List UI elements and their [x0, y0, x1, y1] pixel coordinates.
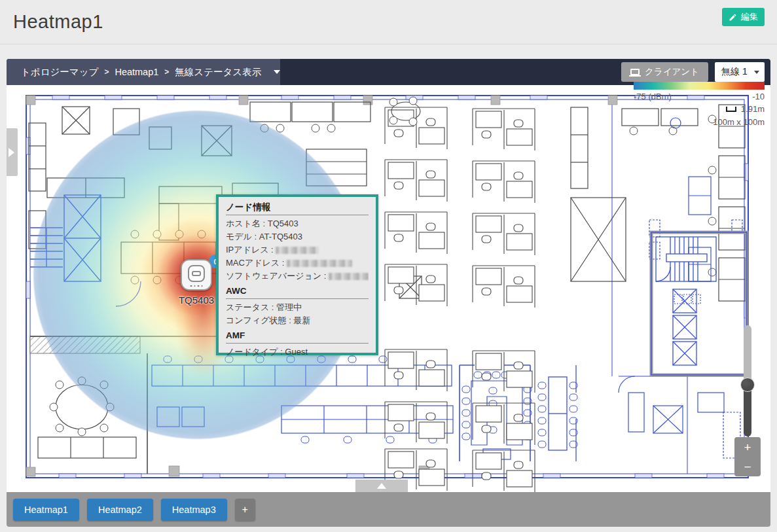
tooltip-row: コンフィグ状態 : 最新: [226, 314, 369, 327]
slider-track-lower[interactable]: [744, 385, 751, 436]
access-point-icon: [181, 259, 212, 291]
add-heatmap-button[interactable]: +: [235, 499, 255, 521]
tooltip-row: IPアドレス :: [226, 243, 369, 257]
breadcrumb-topology-map[interactable]: トポロジーマップ: [21, 66, 98, 79]
breadcrumb: トポロジーマップ > Heatmap1 > 無線ステータス表示: [7, 59, 280, 85]
tooltip-row: モデル : AT-TQ5403: [226, 230, 369, 243]
sidebar-expand-tab[interactable]: [7, 128, 18, 176]
radio-select-value: 無線 1: [721, 66, 748, 78]
masked-value: [329, 273, 369, 280]
masked-value: [276, 247, 319, 254]
tooltip-section-title: AWC: [226, 285, 369, 297]
map-area[interactable]: 0 TQ5403 ノード情報ホスト名 : TQ5403モデル : AT-TQ54…: [7, 85, 770, 492]
tooltip-section-title: ノード情報: [226, 202, 369, 213]
page-title: Heatmap1: [13, 11, 103, 33]
chevron-down-icon[interactable]: [274, 70, 280, 74]
zoom-in-button[interactable]: +: [734, 437, 761, 457]
chevron-up-icon: [377, 483, 386, 489]
tooltip-row: ノードタイプ : Guest: [226, 346, 369, 359]
heatmap-panel: トポロジーマップ > Heatmap1 > 無線ステータス表示 クライアント 無…: [7, 59, 770, 527]
node-label: TQ5403: [179, 294, 214, 306]
app-header: Heatmap1 編集: [0, 0, 777, 44]
node-tooltip: ノード情報ホスト名 : TQ5403モデル : AT-TQ5403IPアドレス …: [216, 194, 378, 355]
map-toolbar: トポロジーマップ > Heatmap1 > 無線ステータス表示 クライアント 無…: [7, 59, 770, 85]
tooltip-row: MACアドレス :: [226, 257, 369, 270]
heatmap-tab-bar: Heatmap1Heatmap2Heatmap3+: [7, 492, 770, 527]
breadcrumb-display-mode[interactable]: 無線ステータス表示: [175, 66, 261, 79]
tooltip-row: ホスト名 : TQ5403: [226, 217, 369, 230]
access-point-node[interactable]: 0 TQ5403: [181, 259, 212, 291]
divider: [226, 215, 369, 215]
client-button[interactable]: クライアント: [621, 62, 708, 82]
signal-legend: -75 (dBm) -10 1.91m 100m x 100m: [634, 82, 765, 127]
divider: [226, 343, 369, 344]
laptop-icon: [630, 69, 640, 75]
chevron-down-icon: [754, 71, 759, 74]
zoom-controls: + −: [734, 437, 761, 476]
legend-min-label: -75 (dBm): [634, 92, 672, 101]
expand-tab-bar-button[interactable]: [355, 480, 408, 492]
tooltip-row: ステータス : 管理中: [226, 301, 369, 314]
edit-button-label: 編集: [741, 11, 758, 23]
tab-heatmap2[interactable]: Heatmap2: [87, 499, 153, 521]
client-button-label: クライアント: [645, 66, 699, 78]
breadcrumb-heatmap1[interactable]: Heatmap1: [115, 67, 158, 77]
zoom-slider[interactable]: [740, 325, 755, 436]
chevron-right-icon: [9, 148, 14, 157]
breadcrumb-separator: >: [164, 67, 169, 77]
tab-heatmap1[interactable]: Heatmap1: [13, 499, 79, 521]
tooltip-section-title: AMF: [226, 330, 369, 342]
floor-plan: [7, 85, 770, 492]
scale-ruler-icon: [726, 107, 736, 112]
pencil-icon: [729, 13, 737, 22]
slider-knob[interactable]: [740, 378, 755, 392]
legend-max-label: -10: [752, 92, 765, 101]
map-size-label: 100m x 100m: [634, 117, 765, 127]
signal-gradient-bar: [634, 82, 765, 90]
tooltip-row: ソフトウェアバージョン :: [226, 270, 369, 283]
divider: [226, 298, 369, 299]
edit-button[interactable]: 編集: [722, 8, 765, 26]
masked-value: [287, 260, 352, 267]
radio-select[interactable]: 無線 1: [715, 62, 765, 82]
breadcrumb-separator: >: [104, 67, 109, 77]
scale-label: 1.91m: [741, 104, 765, 114]
zoom-out-button[interactable]: −: [734, 457, 761, 476]
tab-heatmap3[interactable]: Heatmap3: [161, 499, 227, 521]
